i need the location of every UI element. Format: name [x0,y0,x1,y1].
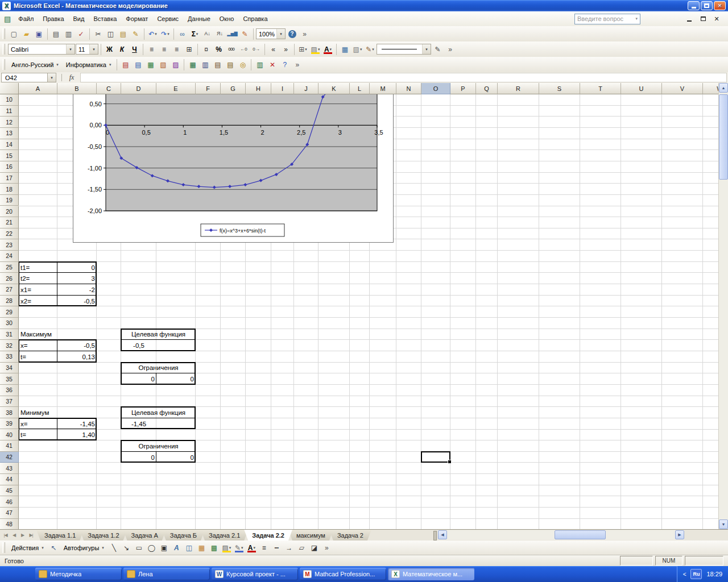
toolbar-options-icon[interactable]: » [291,59,303,70]
cell-B26[interactable]: 3 [57,273,97,284]
search-icon[interactable]: ◎ [237,59,249,70]
custom-icon-5[interactable]: ▨ [169,59,181,70]
reference-book-icon[interactable]: ▥ [254,59,266,70]
align-center-icon[interactable]: ≡ [158,43,170,55]
taskbar-button-2[interactable]: Лена [123,568,210,580]
scroll-right-button[interactable]: ▶ [675,530,684,539]
borders-icon[interactable]: ⊞▾ [297,43,309,55]
increase-decimal-icon[interactable]: ←0 [238,43,250,55]
picture-icon[interactable]: ▩ [208,542,220,554]
row-header-27[interactable]: 27 [0,284,19,296]
cell-B32[interactable]: -0,5 [57,340,97,351]
name-box-dropdown[interactable]: ▾ [48,73,56,82]
taskbar-button-4[interactable]: MMathcad Profession... [300,568,386,580]
arrow-style-icon[interactable]: → [283,542,295,554]
shadow-style-icon[interactable]: ▱ [296,542,308,554]
sheet-tab-3[interactable]: Задача А [123,530,166,541]
draw-border-icon[interactable]: ✎▾ [364,43,376,55]
menu-edit[interactable]: Правка [38,13,68,24]
informatika-menu[interactable]: Информатика▾ [63,59,115,70]
custom-icon-2[interactable]: ▤ [132,59,144,70]
horizontal-scrollbar[interactable]: ◀ ▶ [438,530,684,540]
close-button[interactable]: ✕ [714,1,726,10]
row-header-45[interactable]: 45 [0,485,19,497]
custom-icon-1[interactable]: ▤ [119,59,131,70]
scroll-down-button[interactable]: ▼ [719,519,728,529]
row-header-30[interactable]: 30 [0,318,19,329]
cell-A39[interactable]: x= [19,418,57,430]
column-header-b[interactable]: B [57,83,97,94]
row-header-11[interactable]: 11 [0,106,19,117]
row-header-26[interactable]: 26 [0,273,19,284]
row-header-10[interactable]: 10 [0,94,19,106]
pattern-icon[interactable]: ▧▾ [351,43,363,55]
insert-function-button[interactable]: fx [64,72,79,83]
row-header-29[interactable]: 29 [0,306,19,318]
function-plot[interactable]: 1,000,500,00-0,50-1,00-1,50-2,0000,511,5… [73,94,393,242]
select-all-corner[interactable] [0,83,19,94]
pencil-icon[interactable]: ✎ [432,43,444,55]
row-header-25[interactable]: 25 [0,262,19,273]
row-header-38[interactable]: 38 [0,407,19,418]
menu-help[interactable]: Справка [238,13,272,24]
print-icon[interactable]: ▤ [50,28,62,40]
clip-art-icon[interactable]: ▦ [196,542,208,554]
drawing-icon[interactable]: ✎ [239,28,251,40]
row-header-32[interactable]: 32 [0,340,19,351]
merge-center-icon[interactable]: ⊞ [183,43,195,55]
row-header-44[interactable]: 44 [0,474,19,485]
cut-icon[interactable]: ✂ [92,28,104,40]
row-header-17[interactable]: 17 [0,173,19,184]
undo-icon[interactable]: ↶▾ [147,28,159,40]
menu-view[interactable]: Вид [69,13,89,24]
sheet-tab-7[interactable]: максимум [288,530,333,541]
cell-B25[interactable]: 0 [57,262,97,273]
cell-A27[interactable]: x1= [19,284,57,296]
column-header-u[interactable]: U [621,83,662,94]
fill-color-icon[interactable]: ▨▾ [221,542,233,554]
cell-D41[interactable]: Ограничения [121,440,196,452]
cell-A26[interactable]: t2= [19,273,57,284]
row-header-31[interactable]: 31 [0,329,19,340]
row-header-15[interactable]: 15 [0,150,19,161]
paste-icon[interactable]: ▤ [117,28,129,40]
taskbar-button-1[interactable]: Методичка [35,568,122,580]
column-header-a[interactable]: A [19,83,57,94]
embedded-chart-object[interactable]: 1,000,500,00-0,50-1,00-1,50-2,0000,511,5… [73,94,394,243]
copy-icon[interactable]: ◫ [105,28,117,40]
row-header-41[interactable]: 41 [0,440,19,452]
select-objects-icon[interactable]: ↖ [48,542,60,554]
row-header-40[interactable]: 40 [0,430,19,441]
row-header-22[interactable]: 22 [0,228,19,240]
help-icon[interactable]: ? [286,28,298,40]
formula-input[interactable] [80,73,727,82]
row-header-42[interactable]: 42 [0,452,19,463]
row-header-28[interactable]: 28 [0,296,19,307]
minimize-button[interactable] [688,1,700,10]
cell-A25[interactable]: t1= [19,262,57,273]
italic-button[interactable]: К [116,43,128,55]
menu-file[interactable]: Файл [14,13,38,24]
cell-A38[interactable]: Минимум [19,407,57,418]
column-header-m[interactable]: M [370,83,396,94]
first-sheet-button[interactable]: |◀ [1,531,10,539]
row-header-19[interactable]: 19 [0,195,19,206]
cell-B33[interactable]: 0,13 [57,351,97,363]
zoom-combo[interactable]: 100%▾ [256,28,286,39]
column-header-o[interactable]: O [421,83,450,94]
row-header-16[interactable]: 16 [0,161,19,173]
row-header-20[interactable]: 20 [0,206,19,218]
new-document-icon[interactable]: ▢ [8,28,20,40]
name-box[interactable]: O42 [1,73,48,82]
workbook-restore-button[interactable] [698,15,708,23]
insert-hyperlink-icon[interactable]: ∞ [176,28,188,40]
chart-wizard-icon[interactable]: ▂▅▇ [226,28,238,40]
align-left-icon[interactable]: ≡ [146,43,158,55]
cell-A31[interactable]: Максимум [19,329,57,340]
rectangle-icon[interactable]: ▭ [133,542,145,554]
cell-B28[interactable]: -0,5 [57,296,97,307]
column-header-i[interactable]: I [271,83,294,94]
increase-indent-icon[interactable]: » [280,43,292,55]
row-header-46[interactable]: 46 [0,496,19,508]
sheet-tab-6[interactable]: Задача 2.2 [244,530,292,541]
